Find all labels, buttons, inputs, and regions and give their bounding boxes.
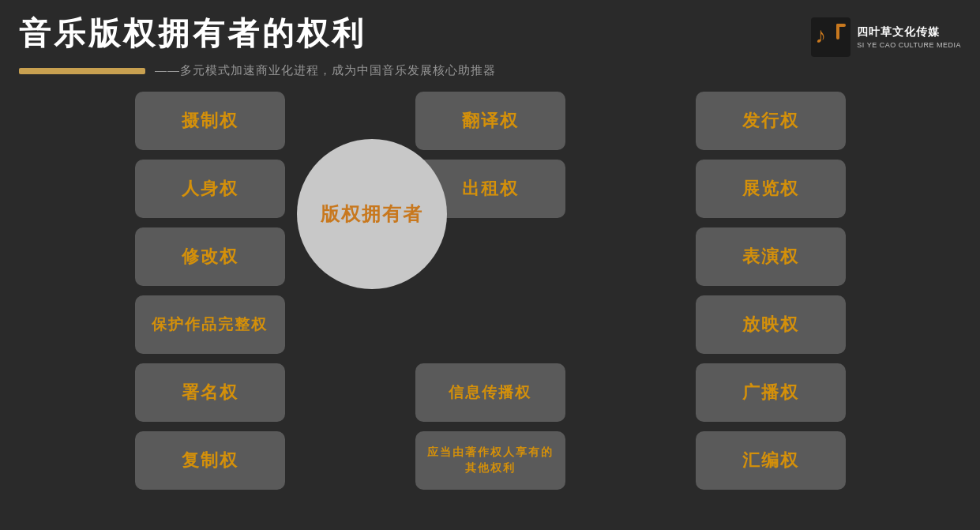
logo-icon: ♪	[811, 17, 850, 57]
cell-shezhi[interactable]: 摄制权	[135, 92, 285, 150]
cell-baohu[interactable]: 保护作品完整权	[135, 295, 285, 354]
cell-chuzu[interactable]: 出租权	[415, 160, 565, 218]
logo-area: ♪ 四叶草文化传媒 SI YE CAO CULTURE MEDIA	[811, 17, 961, 57]
cell-faxing[interactable]: 发行权	[696, 92, 846, 150]
cell-fuzhi[interactable]: 复制权	[135, 431, 285, 490]
cell-xinxi[interactable]: 信息传播权	[415, 363, 565, 422]
svg-text:♪: ♪	[815, 23, 826, 47]
grid-container: 摄制权 人身权 修改权 保护作品完整权 署名权 复制权 翻译权 出租权 版权拥有…	[0, 88, 980, 514]
cell-shuming[interactable]: 署名权	[135, 363, 285, 422]
cell-renshen[interactable]: 人身权	[135, 160, 285, 218]
logo-text: 四叶草文化传媒 SI YE CAO CULTURE MEDIA	[857, 24, 961, 50]
accent-bar	[19, 68, 145, 74]
cell-biaoyan[interactable]: 表演权	[696, 227, 846, 286]
cell-guangbo[interactable]: 广播权	[696, 363, 846, 422]
cell-huibian[interactable]: 汇编权	[696, 431, 846, 490]
cell-faying[interactable]: 放映权	[696, 295, 846, 354]
cell-zhanlan[interactable]: 展览权	[696, 160, 846, 218]
svg-rect-3	[836, 24, 846, 27]
header: 音乐版权拥有者的权利 ♪ 四叶草文化传媒 SI YE CAO CULTURE M…	[0, 0, 980, 63]
cell-yingdang[interactable]: 应当由著作权人享有的其他权利	[415, 431, 565, 490]
subtitle-bar: ——多元模式加速商业化进程，成为中国音乐发展核心助推器	[0, 63, 980, 88]
cell-xiugai[interactable]: 修改权	[135, 227, 285, 286]
page-title: 音乐版权拥有者的权利	[19, 14, 366, 52]
center-label: 版权拥有者	[321, 201, 423, 227]
cell-fanyi[interactable]: 翻译权	[415, 92, 565, 150]
subtitle-text: ——多元模式加速商业化进程，成为中国音乐发展核心助推器	[155, 63, 496, 78]
